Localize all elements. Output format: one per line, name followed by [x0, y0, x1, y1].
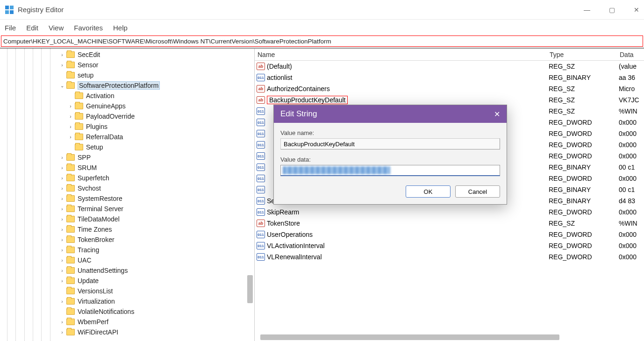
value-type: REG_DWORD — [549, 242, 619, 249]
tree-node[interactable]: ›SecEdit — [0, 50, 254, 60]
chevron-icon[interactable]: › — [59, 278, 65, 284]
chevron-icon[interactable]: › — [59, 186, 65, 191]
tree-node-label: Activation — [86, 92, 114, 99]
value-data: %WIN — [619, 107, 644, 115]
tree-node[interactable]: Setup — [0, 142, 254, 152]
tree-node[interactable]: ›TileDataModel — [0, 214, 254, 224]
value-data-field[interactable] — [280, 165, 500, 176]
list-scrollbar-thumb[interactable] — [260, 334, 559, 340]
folder-icon — [75, 92, 83, 99]
chevron-icon[interactable]: › — [59, 196, 65, 201]
tree-node[interactable]: ›UAC — [0, 255, 254, 265]
tree-node-label: SRUM — [78, 164, 97, 171]
chevron-icon[interactable]: › — [67, 114, 74, 119]
value-row[interactable]: 011VLActivationIntervalREG_DWORD0x000 — [255, 240, 644, 251]
menu-file[interactable]: File — [5, 24, 16, 32]
col-name[interactable]: Name — [255, 51, 547, 58]
minimize-button[interactable]: — — [584, 6, 590, 14]
tree-node[interactable]: ›SystemRestore — [0, 193, 254, 204]
folder-icon — [66, 164, 75, 171]
chevron-icon[interactable]: › — [59, 217, 65, 222]
chevron-icon[interactable]: › — [59, 299, 65, 304]
chevron-icon[interactable]: › — [59, 237, 65, 242]
chevron-icon[interactable]: › — [59, 268, 65, 273]
tree-node[interactable]: ›Plugins — [0, 121, 254, 132]
chevron-icon[interactable]: › — [67, 135, 74, 140]
tree-node-label: Sensor — [78, 61, 98, 69]
value-row[interactable]: 011UserOperationsREG_DWORD0x000 — [255, 229, 644, 240]
value-name: actionlist — [267, 74, 549, 81]
tree-node[interactable]: ›Time Zones — [0, 224, 254, 234]
maximize-button[interactable]: ▢ — [609, 6, 615, 14]
folder-icon — [75, 134, 83, 140]
menu-view[interactable]: View — [49, 24, 64, 32]
value-type: REG_DWORD — [549, 231, 619, 238]
tree-node[interactable]: ›SPP — [0, 152, 254, 163]
titlebar: Registry Editor — ▢ ✕ — [0, 0, 644, 20]
ok-button[interactable]: OK — [406, 185, 451, 198]
value-row[interactable]: 011actionlistREG_BINARYaa 36 — [255, 72, 644, 83]
value-row[interactable]: abTokenStoreREG_SZ%WIN — [255, 218, 644, 229]
chevron-icon[interactable]: › — [59, 258, 65, 263]
close-button[interactable]: ✕ — [634, 6, 639, 14]
tree-node[interactable]: ›Superfetch — [0, 173, 254, 183]
tree-node[interactable]: VolatileNotifications — [0, 306, 254, 317]
tree-node[interactable]: ›UnattendSettings — [0, 265, 254, 276]
tree-scrollbar-thumb[interactable] — [247, 275, 253, 303]
chevron-icon[interactable]: › — [59, 248, 65, 253]
value-row[interactable]: 011VLRenewalIntervalREG_DWORD0x000 — [255, 251, 644, 263]
cancel-button[interactable]: Cancel — [455, 185, 500, 198]
menu-help[interactable]: Help — [113, 24, 128, 32]
col-type[interactable]: Type — [547, 51, 617, 58]
tree-node[interactable]: ›PayloadOverride — [0, 111, 254, 121]
list-header: Name Type Data — [255, 49, 644, 61]
chevron-icon[interactable]: › — [59, 165, 65, 170]
chevron-icon[interactable]: › — [59, 206, 65, 212]
chevron-icon[interactable]: › — [59, 155, 65, 160]
chevron-icon[interactable]: › — [59, 176, 65, 181]
chevron-icon[interactable]: › — [59, 63, 65, 68]
value-type: REG_BINARY — [549, 186, 619, 193]
value-name-field[interactable] — [280, 138, 500, 149]
folder-icon — [66, 206, 75, 212]
chevron-icon[interactable]: › — [59, 320, 65, 325]
tree-node[interactable]: ›Tracing — [0, 245, 254, 255]
value-row[interactable]: 011SkipRearmREG_DWORD0x000 — [255, 206, 644, 218]
value-row[interactable]: abBackupProductKeyDefaultREG_SZVK7JC — [255, 94, 644, 106]
tree-node[interactable]: ›SRUM — [0, 163, 254, 173]
chevron-icon[interactable]: › — [59, 330, 65, 335]
chevron-icon[interactable]: › — [67, 124, 74, 129]
chevron-icon[interactable]: ⌄ — [59, 83, 65, 88]
value-row[interactable]: abAuthorizedContainersREG_SZMicro — [255, 83, 644, 94]
chevron-icon[interactable]: › — [59, 52, 65, 57]
tree-node[interactable]: setup — [0, 70, 254, 80]
tree-node[interactable]: Activation — [0, 91, 254, 101]
tree-node[interactable]: ⌄SoftwareProtectionPlatform — [0, 80, 254, 91]
dialog-close-icon[interactable]: ✕ — [494, 110, 500, 119]
address-path: Computer\HKEY_LOCAL_MACHINE\SOFTWARE\Mic… — [3, 38, 331, 45]
tree-node[interactable]: ›Svchost — [0, 183, 254, 193]
tree-node[interactable]: ›Sensor — [0, 60, 254, 70]
tree-node[interactable]: ›GenuineApps — [0, 101, 254, 111]
tree-node[interactable]: ›WbemPerf — [0, 317, 254, 327]
folder-icon — [66, 236, 75, 243]
svg-rect-1 — [10, 6, 14, 9]
address-bar[interactable]: Computer\HKEY_LOCAL_MACHINE\SOFTWARE\Mic… — [1, 36, 643, 47]
col-data[interactable]: Data — [617, 51, 644, 58]
tree-node[interactable]: ›Virtualization — [0, 296, 254, 306]
chevron-icon[interactable]: › — [59, 227, 65, 232]
tree-pane[interactable]: ›SecEdit›Sensorsetup⌄SoftwareProtectionP… — [0, 49, 255, 341]
menu-favorites[interactable]: Favorites — [74, 24, 103, 32]
chevron-icon[interactable]: › — [67, 104, 74, 109]
menu-edit[interactable]: Edit — [26, 24, 38, 32]
tree-node[interactable]: VersionsList — [0, 286, 254, 296]
tree-node[interactable]: ›Update — [0, 276, 254, 286]
tree-node[interactable]: ›WiFiDirectAPI — [0, 327, 254, 337]
tree-node-label: SPP — [78, 154, 91, 161]
dialog-titlebar[interactable]: Edit String ✕ — [274, 105, 507, 123]
tree-node[interactable]: ›TokenBroker — [0, 234, 254, 245]
tree-node[interactable]: ›ReferralData — [0, 132, 254, 142]
tree-node[interactable]: ›Terminal Server — [0, 204, 254, 214]
value-row[interactable]: ab(Default)REG_SZ(value — [255, 61, 644, 72]
value-type: REG_BINARY — [549, 163, 619, 171]
